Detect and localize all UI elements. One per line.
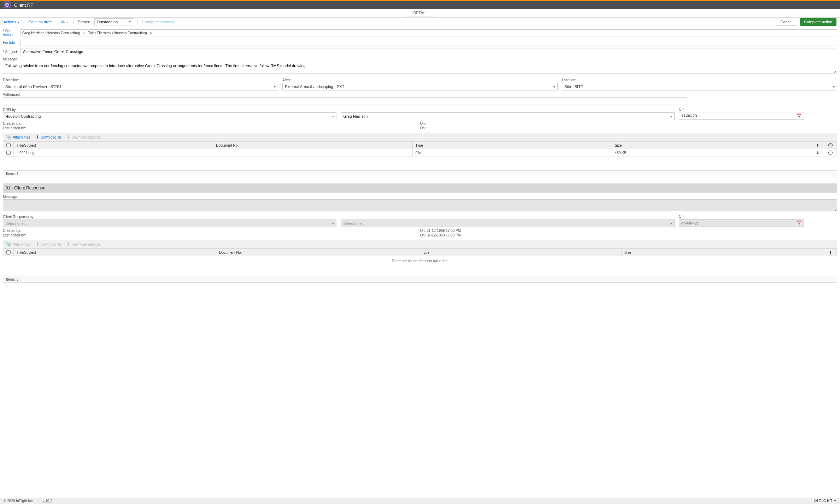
table-items-count: Items: 1 — [3, 170, 837, 177]
subject-input[interactable] — [20, 48, 837, 55]
for-action-chip: Tyler Ellerbeck (Houston Contracting)✕ — [88, 31, 152, 35]
app-header: Client RFI — [0, 0, 840, 9]
response-edited-by: Last edited by: — [3, 233, 420, 237]
response-created-on: On: 31-12-1969 17:00 PM — [420, 229, 461, 233]
col-delete-icon — [824, 142, 837, 149]
col-title: Title/Subject — [14, 142, 213, 149]
edited-by-label: Last edited by: — [3, 126, 420, 130]
for-action-chip: Greg Harrison (Houston Contracting)✕ — [22, 31, 85, 35]
created-on-label: On: — [420, 122, 426, 125]
download-icon: ⬇ — [36, 242, 39, 247]
location-label: Location: — [562, 78, 837, 82]
table-row: c-0021.png File 459 KB ⬇ — [3, 149, 837, 157]
crfi-org-select[interactable]: Houston Contracting — [3, 112, 336, 120]
response-message-label: Message — [3, 195, 837, 199]
row-title: c-0021.png — [14, 149, 213, 156]
response-created-by: Created by: — [3, 229, 420, 233]
col-title: Title/Subject — [14, 249, 216, 256]
response-edited-on: On: 31-12-1969 17:00 PM — [420, 233, 461, 237]
row-docno — [213, 149, 412, 156]
download-icon: ⬇ — [66, 135, 70, 140]
response-attachments-toolbar: 📎Attach files ⬇Download all ⬇Download se… — [3, 240, 837, 248]
print-icon[interactable]: 🖶 ▼ — [60, 19, 69, 24]
configure-workflow-link[interactable]: Configure workflow — [142, 20, 175, 24]
col-download-icon: ⬇ — [811, 142, 824, 149]
attach-icon: 📎 — [6, 135, 11, 140]
attachments-table: Title/Subject Document No. Type Size ⬇ c… — [3, 141, 837, 177]
download-all-button[interactable]: ⬇Download all — [36, 135, 61, 140]
download-selected-button: ⬇Download selected — [66, 135, 101, 140]
crfi-on-label: On: — [679, 107, 804, 111]
col-size: Size — [612, 142, 811, 149]
response-message-textarea — [3, 199, 837, 211]
calendar-icon: 📅 — [794, 221, 804, 225]
location-select[interactable]: Site - SITE — [562, 83, 837, 90]
attach-files-button[interactable]: 📎Attach files — [6, 135, 30, 140]
edited-on-label: On: — [420, 126, 426, 130]
response-date-input: 📅 — [679, 219, 804, 227]
col-docno: Document No. — [216, 249, 419, 256]
app-title: Client RFI — [14, 2, 35, 8]
download-icon: ⬇ — [66, 242, 70, 247]
row-checkbox[interactable] — [6, 151, 11, 155]
crfi-date-input[interactable]: 📅 — [679, 112, 804, 120]
status-label: Status: — [78, 20, 90, 24]
response-on-label: On: — [679, 215, 804, 218]
tab-detail[interactable]: DETAIL — [406, 9, 434, 17]
status-select[interactable]: Outstanding — [94, 18, 133, 25]
attach-icon: 📎 — [6, 242, 11, 247]
discipline-select[interactable]: Structural (Man Review) - STRU — [3, 83, 278, 90]
for-action-label[interactable]: For Action — [3, 29, 18, 37]
save-draft-button[interactable]: Save as draft — [29, 20, 52, 24]
area-label: Area: — [282, 78, 558, 82]
row-type: File — [413, 149, 612, 156]
cancel-button[interactable]: Cancel — [776, 18, 797, 26]
tab-bar: DETAIL — [0, 9, 840, 18]
response-org-select: Select one... — [3, 219, 336, 227]
message-textarea[interactable]: Following advice from our fencing contra… — [3, 62, 837, 74]
for-info-input[interactable] — [20, 39, 837, 46]
created-by-label: Created by: — [3, 122, 420, 125]
table-items-count: Items: 0 — [3, 276, 837, 282]
row-size: 459 KB — [612, 149, 811, 156]
col-docno: Document No. — [213, 142, 412, 149]
complete-action-button[interactable]: Complete action — [800, 18, 837, 26]
authorised-label: Authorised — [3, 93, 837, 96]
select-all-checkbox[interactable] — [6, 250, 11, 254]
empty-message: There are no attachments uploaded. — [3, 256, 837, 266]
attach-files-button: 📎Attach files — [6, 242, 30, 247]
col-download-icon: ⬇ — [824, 249, 837, 256]
client-response-header: 01 - Client Response — [3, 183, 837, 193]
for-action-input[interactable]: Greg Harrison (Houston Contracting)✕ Tyl… — [20, 29, 837, 36]
download-all-button: ⬇Download all — [36, 242, 61, 247]
discipline-label: Discipline: — [3, 78, 278, 82]
message-label: Message — [3, 57, 837, 61]
remove-chip-icon[interactable]: ✕ — [149, 31, 152, 35]
row-download-button[interactable]: ⬇ — [811, 149, 824, 156]
for-info-label[interactable]: For Info — [3, 41, 18, 45]
remove-chip-icon[interactable]: ✕ — [82, 31, 85, 35]
toolbar: Actions Save as draft 🖶 ▼ Status: Outsta… — [0, 18, 840, 26]
response-attachments-table: Title/Subject Document No. Type Size ⬇ T… — [3, 248, 837, 283]
download-icon: ⬇ — [36, 135, 39, 140]
area-select[interactable]: External Areas/Landscaping - EXT — [282, 83, 558, 90]
response-person-select: Select one... — [341, 219, 674, 227]
crfi-person-select[interactable]: Greg Harrison — [341, 112, 674, 120]
col-type: Type — [413, 142, 612, 149]
actions-menu[interactable]: Actions — [4, 20, 20, 24]
download-selected-button: ⬇Download selected — [66, 242, 101, 247]
col-size: Size — [622, 249, 824, 256]
attachments-toolbar: 📎Attach files ⬇Download all ⬇Download se… — [3, 133, 837, 141]
subject-label: Subject: — [3, 50, 18, 54]
col-type: Type — [419, 249, 622, 256]
select-all-checkbox[interactable] — [6, 143, 11, 147]
calendar-icon[interactable]: 📅 — [794, 113, 804, 118]
content: For Action Greg Harrison (Houston Contra… — [0, 26, 840, 498]
authorised-input[interactable] — [3, 97, 687, 105]
row-delete-button[interactable] — [824, 149, 837, 156]
app-logo-icon — [4, 1, 11, 8]
